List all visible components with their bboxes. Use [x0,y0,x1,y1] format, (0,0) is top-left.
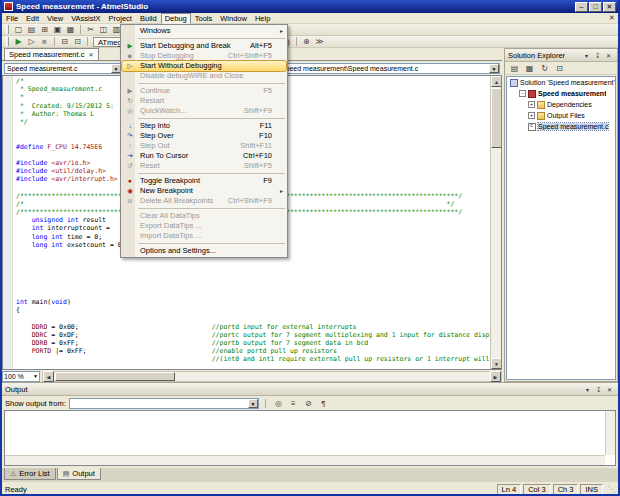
menu-item-run-to-cursor[interactable]: ⇥Run To CursorCtrl+F10 [122,151,286,161]
menu-vassistx[interactable]: VAssistX [67,13,104,24]
chevron-down-icon[interactable]: ▼ [489,64,499,73]
close-panel-icon[interactable]: ✕ [604,386,615,393]
menu-item-clear-all-datatips[interactable]: Clear All DataTips [122,211,286,221]
menu-item-import-datatips[interactable]: Import DataTips ... [122,231,286,241]
output-vertical-scrollbar[interactable] [605,411,615,455]
breakpoint-gutter[interactable] [3,76,13,369]
document-close-icon[interactable]: ✕ [606,14,618,22]
menu-view[interactable]: View [43,13,67,24]
pin-icon[interactable]: ↧ [592,52,603,59]
start-without-debugging-icon[interactable]: ▷ [25,36,38,47]
menu-file[interactable]: File [2,13,22,24]
cut-icon[interactable]: ✂ [84,24,97,35]
code-line[interactable]: DDRD = 0x00; //portd input for external … [16,323,490,331]
output-panel-header[interactable]: Output ▾↧✕ [2,383,618,396]
code-line[interactable] [16,314,490,322]
window-position-icon[interactable]: ▾ [581,52,592,59]
menu-debug[interactable]: Debug [161,13,191,24]
scroll-right-icon[interactable]: ▶ [490,371,501,382]
chevron-down-icon[interactable]: ▼ [33,373,38,379]
code-line[interactable] [16,282,490,290]
code-line[interactable] [16,274,490,282]
menu-item-reset[interactable]: ↺ResetShift+F5 [122,161,286,171]
code-line[interactable]: //(int0 and int1 require external pull u… [16,355,490,363]
menu-item-restart[interactable]: ↻Restart [122,96,286,106]
vertical-scroll-thumb[interactable] [491,88,502,148]
expand-icon[interactable]: + [528,112,535,119]
menu-item-start-without-debugging[interactable]: ▷Start Without Debugging [122,61,286,71]
find-message-icon[interactable]: ◎ [272,398,285,409]
menu-item-toggle-breakpoint[interactable]: ●Toggle BreakpointF9 [122,176,286,186]
tree-item-speed-measurement[interactable]: -Speed measurement [507,88,615,99]
device-programming-icon[interactable]: ⊕ [300,36,313,47]
scroll-left-icon[interactable]: ◀ [43,371,54,382]
tab-close-icon[interactable]: ✕ [88,51,93,58]
code-line[interactable]: DDRC = 0xDF; //portc output for 7 segmen… [16,331,490,339]
horizontal-scroll-thumb[interactable] [55,372,175,381]
menu-item-options-and-settings[interactable]: Options and Settings... [122,246,286,256]
available-tools-icon[interactable]: ≫ [313,36,326,47]
save-icon[interactable]: ▣ [51,24,64,35]
tree-item-output-files[interactable]: +Output Files [507,110,615,121]
properties-icon[interactable]: ▤ [508,63,521,74]
toolbar-grip[interactable] [6,25,9,34]
toolbar-grip[interactable] [6,37,9,46]
build-solution-icon[interactable]: ⊟ [58,36,71,47]
save-all-icon[interactable]: ▦ [64,24,77,35]
pin-icon[interactable]: ↧ [593,386,604,393]
menu-item-delete-all-breakpoints[interactable]: ⊘Delete All BreakpointsCtrl+Shift+F9 [122,196,286,206]
menu-item-start-debugging-and-break[interactable]: ▶Start Debugging and BreakAlt+F5 [122,41,286,51]
code-line[interactable] [16,364,490,369]
add-item-icon[interactable]: ⊞ [38,24,51,35]
code-line[interactable]: PORTD |= 0xFF; //enable portd pull up re… [16,347,490,355]
menu-item-stop-debugging[interactable]: ■Stop DebuggingCtrl+Shift+F5 [122,51,286,61]
close-button[interactable]: ✕ [603,2,616,12]
resize-grip[interactable]: ⋱ [605,485,615,494]
code-line[interactable]: int main(void) [16,298,490,306]
copy-icon[interactable]: ◫ [97,24,110,35]
chevron-down-icon[interactable]: ▼ [248,399,258,408]
output-source-dropdown[interactable]: ▼ [69,398,259,409]
menu-item-step-into[interactable]: ↓Step IntoF11 [122,121,286,131]
clear-all-icon[interactable]: ⊘ [302,398,315,409]
tree-item-dependencies[interactable]: +Dependencies [507,99,615,110]
goto-message-icon[interactable]: ≡ [287,398,300,409]
window-position-icon[interactable]: ▾ [582,386,593,393]
code-line[interactable] [16,290,490,298]
bottom-tab-error-list[interactable]: ⚠Error List [4,468,56,480]
stop-debugging-icon[interactable]: ■ [38,36,51,47]
menu-item-disable-debugwire-and-close[interactable]: Disable debugWIRE and Close [122,71,286,81]
menu-edit[interactable]: Edit [22,13,43,24]
output-horizontal-scrollbar[interactable] [5,455,605,465]
collapse-icon[interactable]: - [519,90,526,97]
bottom-tab-output[interactable]: ▤Output [57,468,101,480]
editor-horizontal-scrollbar[interactable]: ◀ ▶ [42,371,502,382]
word-wrap-icon[interactable]: ¶ [317,398,330,409]
menu-window[interactable]: Window [216,13,251,24]
open-file-icon[interactable]: ▤ [25,24,38,35]
scroll-up-icon[interactable]: ▲ [491,76,502,87]
code-line[interactable] [16,265,490,273]
view-code-icon[interactable]: ⊡ [553,63,566,74]
menu-tools[interactable]: Tools [191,13,217,24]
menu-item-step-out[interactable]: ↑Step OutShift+F11 [122,141,286,151]
menu-item-windows[interactable]: Windows▸ [122,26,286,36]
compile-icon[interactable]: ⊡ [71,36,84,47]
show-all-files-icon[interactable]: ▦ [523,63,536,74]
menu-project[interactable]: Project [105,13,136,24]
menu-item-export-datatips[interactable]: Export DataTips ... [122,221,286,231]
menu-item-new-breakpoint[interactable]: ◉New Breakpoint▸ [122,186,286,196]
menu-item-step-over[interactable]: ↷Step OverF10 [122,131,286,141]
tab-speed-measurement-c[interactable]: Speed measurement.c ✕ [4,48,99,60]
maximize-button[interactable]: □ [589,2,602,12]
code-line[interactable]: DDRB = 0xFF; //portb output for 7 segmen… [16,339,490,347]
code-line[interactable] [16,257,490,265]
tree-item-solution-speed-measurement-1-project[interactable]: Solution 'Speed measurement' (1 project) [507,77,615,88]
minimize-button[interactable]: – [575,2,588,12]
menu-help[interactable]: Help [251,13,274,24]
refresh-icon[interactable]: ↻ [538,63,551,74]
tree-item-speed-measurement-c[interactable]: Speed measurement.c [507,121,615,132]
menu-item-continue[interactable]: ▶ContinueF5 [122,86,286,96]
code-line[interactable]: { [16,306,490,314]
expand-icon[interactable]: + [528,101,535,108]
